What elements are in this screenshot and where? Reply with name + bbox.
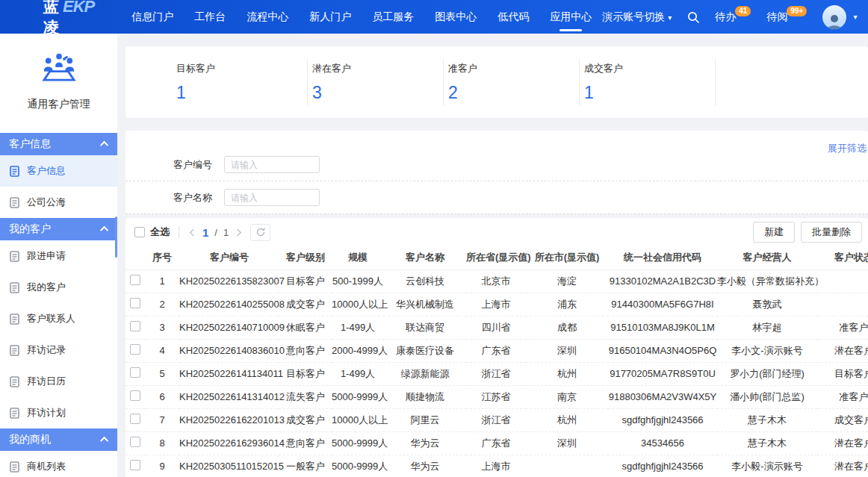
user-menu[interactable]: ▾ [822,5,857,29]
table-row[interactable]: 9KH20250305110152015一般客户5000-9999人华为云上海市… [125,455,868,477]
cell-owner: 潘小帅(部门总监) [717,385,817,408]
cell-name: 华为云 [384,455,466,477]
col-owner: 客户经营人 [717,246,817,269]
sidebar-item-label: 商机列表 [27,460,66,473]
sidebar-item-visit-plan[interactable]: 拜访计划 [0,397,117,428]
cell-level: 意向客户 [279,431,332,455]
sidebar-item-opportunity-list[interactable]: 商机列表 [0,451,117,477]
row-checkbox[interactable] [130,437,140,447]
stats-card: 目标客户1潜在客户3准客户2成交客户1 [125,46,868,118]
new-button[interactable]: 新建 [753,222,795,243]
sidebar-item-my-customers[interactable]: 我的客户 [0,272,117,303]
row-checkbox[interactable] [130,275,140,285]
checkbox-cell [125,408,145,431]
stat-label: 成交客户 [584,62,715,75]
table-row[interactable]: 2KH20250226140255008成交客户10000人以上华兴机械制造上海… [125,293,868,316]
row-checkbox[interactable] [130,298,140,308]
cell-status: 准客户 [817,385,868,408]
cell-owner: 李小毅-演示账号 [717,455,817,477]
cell-status: 潜在客户 [817,455,868,477]
cell-credit-code: sgdfghfjgjhl243566 [608,455,717,477]
cell-level: 一般客户 [279,455,332,477]
nav-item-app-center[interactable]: 应用中心 [539,0,602,34]
sidebar-item-customer-info[interactable]: 客户信息 [0,155,117,187]
table-row[interactable]: 4KH20250226140836010意向客户2000-4999人康泰医疗设备… [125,339,868,362]
chevron-up-icon [100,437,108,445]
cell-seq: 9 [145,455,179,477]
col-province: 所在省(显示值) [466,246,526,269]
filter-row-customer-code: 客户编号 [125,149,868,181]
brand-name-cn: 蓝凌 [43,0,61,38]
prev-page-icon[interactable] [188,228,196,237]
checkbox-cell [125,455,145,477]
cell-status [817,293,868,316]
search-icon[interactable] [686,10,700,24]
cell-credit-code: 34534656 [608,431,717,455]
col-city: 所在市(显示值) [526,246,608,269]
next-page-icon[interactable] [235,228,243,237]
cell-province: 广东省 [466,431,526,455]
filter-row-customer-name: 客户名称 [125,181,868,214]
table-row[interactable]: 1KH20250226135823007目标客户500-1999人云创科技北京市… [125,269,868,293]
toread-counter[interactable]: 待阅99+ [766,10,807,24]
sidebar-group-my-customers[interactable]: 我的客户 [0,218,117,240]
nav-item-process-center[interactable]: 流程中心 [236,0,299,34]
nav-item-info-portal[interactable]: 信息门户 [121,0,184,34]
todo-counter[interactable]: 待办41 [715,10,751,24]
document-icon [10,166,19,177]
cell-code: KH20250226135823007 [179,269,279,293]
cell-status [817,269,868,293]
sidebar-item-customer-contacts[interactable]: 客户联系人 [0,303,117,334]
table-row[interactable]: 3KH20250226140710009休眠客户1-499人联达商贸四川省成都9… [125,316,868,339]
sidebar-item-visit-records[interactable]: 拜访记录 [0,334,117,366]
sidebar-item-company-pool[interactable]: 公司公海 [0,187,117,218]
refresh-button[interactable] [250,224,270,241]
row-checkbox[interactable] [130,414,140,424]
sidebar-item-visit-calendar[interactable]: 拜访日历 [0,366,117,397]
cell-city: 深圳 [526,339,608,362]
select-all-checkbox[interactable] [134,227,145,237]
sidebar-scrollbar-thumb[interactable] [115,216,117,258]
expand-filter-link[interactable]: 展开筛选 [828,142,867,155]
brand-logo[interactable]: 蓝凌 EKP [43,0,94,38]
account-switcher[interactable]: 演示账号切换▾ [602,10,672,24]
cell-level: 目标客户 [279,362,332,385]
todo-label: 待办 [715,10,736,24]
customer-name-input[interactable] [224,189,320,206]
cell-province: 北京市 [466,269,526,293]
main-content: 目标客户1潜在客户3准客户2成交客户1 展开筛选 客户编号客户名称 全选 1 /… [117,34,868,477]
sidebar-item-follow-up-request[interactable]: 跟进申请 [0,240,117,272]
row-checkbox[interactable] [130,367,140,378]
table-header-row: 序号客户编号客户级别规模客户名称所在省(显示值)所在市(显示值)统一社会信用代码… [125,246,868,269]
toolbar-divider [179,227,179,237]
cell-city: 浦东 [526,293,608,316]
row-checkbox[interactable] [130,390,140,401]
sidebar-group-customer-info[interactable]: 客户信息 [0,133,117,155]
table-row[interactable]: 8KH20250226162936014意向客户5000-9999人华为云广东省… [125,431,868,455]
sidebar-group-my-opportunities[interactable]: 我的商机 [0,428,117,451]
nav-item-newcomer-portal[interactable]: 新人门户 [299,0,362,34]
table-row[interactable]: 6KH20250226141314012流失客户5000-9999人顺捷物流江苏… [125,385,868,408]
document-icon [10,314,19,325]
table-row[interactable]: 7KH20250226162201013成交客户10000人以上阿里云浙江省杭州… [125,408,868,431]
batch-delete-button[interactable]: 批量删除 [801,222,862,243]
customer-code-input[interactable] [224,156,320,173]
cell-scale: 5000-9999人 [332,431,384,455]
nav-item-low-code[interactable]: 低代码 [487,0,539,34]
col-name: 客户名称 [384,246,466,269]
nav-item-workbench[interactable]: 工作台 [184,0,236,34]
table-row[interactable]: 5KH20250226141134011目标客户1-499人绿源新能源浙江省杭州… [125,362,868,385]
nav-item-employee-services[interactable]: 员工服务 [362,0,424,34]
checkbox-cell [125,293,145,316]
col-scale: 规模 [332,246,384,269]
nav-item-chart-center[interactable]: 图表中心 [424,0,487,34]
col-credit-code: 统一社会信用代码 [608,246,717,269]
cell-code: KH20250226141314012 [179,385,279,408]
row-checkbox[interactable] [130,321,140,331]
cell-city [526,455,608,477]
cell-name: 华为云 [384,431,466,455]
cell-level: 休眠客户 [279,316,332,339]
row-checkbox[interactable] [130,460,140,470]
sidebar-item-label: 跟进申请 [27,249,66,263]
row-checkbox[interactable] [130,344,140,355]
